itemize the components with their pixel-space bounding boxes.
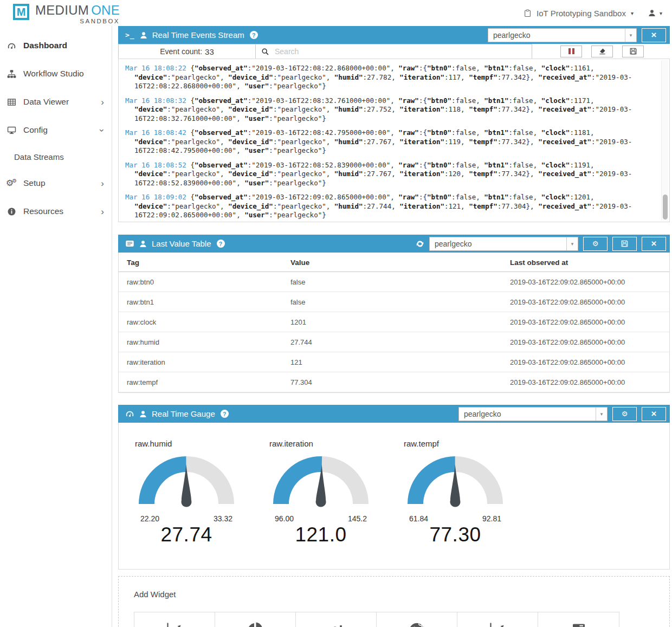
gauge-panel-header: Real Time Gauge ? pearlgecko ▾ ⚙ × <box>118 405 670 423</box>
help-icon[interactable]: ? <box>217 240 225 248</box>
user-menu[interactable]: ▾ <box>648 9 662 17</box>
log-timestamp: Mar 16 18:09:02 <box>125 193 186 201</box>
user-icon <box>139 31 148 40</box>
gears-icon: ⚙⚙ <box>6 178 17 188</box>
gauge-dial <box>135 453 269 513</box>
gauge-max: 145.2 <box>348 514 367 523</box>
clear-button[interactable] <box>591 46 613 57</box>
gauge-label: raw.humid <box>135 439 269 448</box>
help-icon[interactable]: ? <box>250 31 258 39</box>
table-cell: 27.744 <box>282 332 502 352</box>
help-icon[interactable]: ? <box>221 410 229 418</box>
close-button[interactable]: × <box>642 28 666 42</box>
refresh-icon[interactable] <box>416 240 424 248</box>
sidebar-item-label: Resources <box>23 206 101 216</box>
lvt-rows: raw:btn0false2019-03-16T22:09:02.865000+… <box>119 272 669 392</box>
add-widget-panel: Add Widget Grouped UsersGrouped UsersGro… <box>118 576 670 627</box>
close-button[interactable]: × <box>642 237 666 251</box>
sidebar-item-setup[interactable]: ⚙⚙Setup› <box>0 169 112 197</box>
widget-option-pie-chart[interactable]: Grouped Users <box>215 612 296 627</box>
scrollbar[interactable] <box>661 60 668 221</box>
close-icon: × <box>651 30 657 40</box>
last-value-table-body: TagValueLast observed at raw:btn0false20… <box>118 253 670 393</box>
user-icon <box>648 9 656 17</box>
widget-option-bar-chart[interactable]: Grouped Users <box>296 612 377 627</box>
close-icon: × <box>651 239 657 248</box>
table-row: raw:btn1false2019-03-16T22:09:02.865000+… <box>119 292 669 312</box>
sidebar-item-data-viewer[interactable]: Data Viewer› <box>0 88 112 116</box>
pause-button[interactable] <box>560 46 582 57</box>
settings-button[interactable]: ⚙ <box>612 407 637 421</box>
events-toolbar: Event count: 33 <box>118 44 670 59</box>
server-list-icon <box>538 619 619 627</box>
events-panel-header: >_ Real Time Events Stream ? pearlgecko … <box>118 26 670 44</box>
gear-icon: ⚙ <box>592 240 599 248</box>
log-entry: Mar 16 18:08:22 {"observed_at":"2019-03-… <box>125 64 652 91</box>
sidebar: DashboardWorkflow StudioData Viewer›Conf… <box>0 26 112 627</box>
widget-option-globe[interactable]: Grouped Users <box>377 612 457 627</box>
table-cell: raw:btn0 <box>119 272 282 292</box>
workspace-selector[interactable]: IoT Prototyping Sandbox ▾ <box>524 9 634 18</box>
sidebar-item-resources[interactable]: Resources› <box>0 197 112 225</box>
scrollbar-thumb[interactable] <box>663 195 668 219</box>
column-header: Last observed at <box>502 253 669 272</box>
settings-button[interactable]: ⚙ <box>583 237 608 251</box>
widget-grid: Grouped UsersGrouped UsersGrouped UsersG… <box>134 612 619 627</box>
column-header: Tag <box>119 253 282 272</box>
sidebar-item-label: Data Viewer <box>23 97 101 107</box>
device-select-value: pearlgecko <box>488 31 625 40</box>
gauge-label: raw.tempf <box>404 439 538 448</box>
gauge-dial <box>269 453 404 513</box>
device-select[interactable]: pearlgecko ▾ <box>488 28 637 42</box>
sidebar-item-label: Data Streams <box>14 152 104 161</box>
add-widget-title: Add Widget <box>134 590 669 599</box>
logo-m-icon: M <box>13 4 29 20</box>
close-button[interactable]: × <box>642 407 666 421</box>
lvt-header-row: TagValueLast observed at <box>119 253 669 272</box>
device-select-value: pearlgecko <box>459 410 596 418</box>
gauge-label: raw.iteration <box>269 439 404 448</box>
device-select-value: pearlgecko <box>430 240 566 248</box>
sidebar-item-config[interactable]: Config› <box>0 116 112 144</box>
gauge-raw-humid: raw.humid22.2033.3227.74 <box>135 439 269 546</box>
sidebar-item-dashboard[interactable]: Dashboard <box>0 31 112 60</box>
search-icon <box>261 48 269 56</box>
widget-option-line-chart[interactable]: Single User <box>457 612 538 627</box>
caret-down-icon: ▾ <box>596 408 607 421</box>
event-log: Mar 16 18:08:22 {"observed_at":"2019-03-… <box>118 59 670 222</box>
gauge-icon <box>125 409 134 418</box>
gauge-range: 61.8492.81 <box>404 514 507 523</box>
table-cell: raw:tempf <box>119 372 282 392</box>
table-cell: 2019-03-16T22:09:02.865000+00:00 <box>502 372 669 392</box>
panel-title: Real Time Gauge <box>152 409 215 418</box>
widget-option-server-list[interactable]: Single User <box>538 612 619 627</box>
device-select[interactable]: pearlgecko ▾ <box>429 237 578 251</box>
chevron-right-icon: › <box>101 179 104 188</box>
log-json-text: {"observed_at":"2019-03-16T22:08:42.7950… <box>134 128 632 154</box>
list-icon <box>125 239 134 248</box>
search-input[interactable] <box>274 47 526 56</box>
device-select[interactable]: pearlgecko ▾ <box>458 407 608 421</box>
gauge-raw-iteration: raw.iteration96.00145.2121.0 <box>269 439 404 546</box>
gauge-range: 96.00145.2 <box>269 514 372 523</box>
sidebar-item-data-streams[interactable]: Data Streams <box>0 144 112 169</box>
save-button[interactable] <box>612 237 637 251</box>
brand-logo: M MEDIUMONE SANDBOX <box>13 2 120 24</box>
log-timestamp: Mar 16 18:08:52 <box>125 161 186 169</box>
gauge-max: 33.32 <box>214 514 232 523</box>
table-cell: raw:iteration <box>119 352 282 372</box>
last-value-panel-header: Last Value Table ? pearlgecko ▾ ⚙ × <box>118 235 670 253</box>
gauge-value: 121.0 <box>269 523 372 546</box>
topbar: M MEDIUMONE SANDBOX IoT Prototyping Sand… <box>0 0 672 26</box>
table-cell: 2019-03-16T22:09:02.865000+00:00 <box>502 332 669 352</box>
pause-icon <box>568 48 574 54</box>
save-button[interactable] <box>622 46 644 57</box>
brand-wordmark: MEDIUMONE SANDBOX <box>35 4 120 24</box>
log-json-text: {"observed_at":"2019-03-16T22:08:32.7610… <box>134 96 632 122</box>
table-cell: 77.304 <box>282 372 502 392</box>
brand-word-primary: MEDIUM <box>35 3 89 17</box>
widget-option-line-chart[interactable]: Grouped Users <box>134 612 215 627</box>
brand-subtitle: SANDBOX <box>35 18 120 24</box>
sidebar-item-workflow-studio[interactable]: Workflow Studio <box>0 60 112 88</box>
gauge-value: 27.74 <box>135 523 238 546</box>
